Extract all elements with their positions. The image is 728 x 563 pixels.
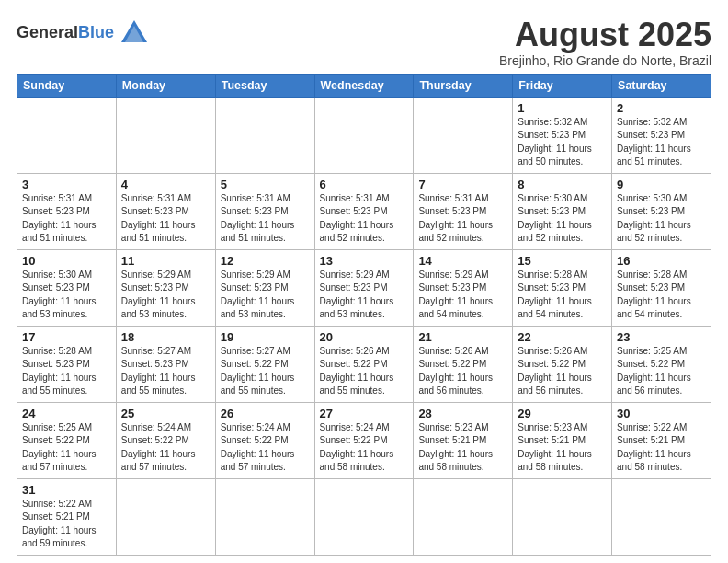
day-number: 4 — [121, 178, 210, 191]
day-info: Sunrise: 5:29 AM Sunset: 5:23 PM Dayligh… — [418, 269, 507, 322]
month-title: August 2025 — [499, 17, 711, 53]
day-cell — [414, 97, 513, 173]
day-cell: 7Sunrise: 5:31 AM Sunset: 5:23 PM Daylig… — [414, 173, 513, 249]
weekday-header-friday: Friday — [513, 74, 612, 97]
day-info: Sunrise: 5:31 AM Sunset: 5:23 PM Dayligh… — [320, 192, 409, 246]
day-number: 3 — [22, 178, 111, 191]
day-info: Sunrise: 5:24 AM Sunset: 5:22 PM Dayligh… — [320, 421, 409, 475]
week-row-5: 24Sunrise: 5:25 AM Sunset: 5:22 PM Dayli… — [17, 402, 711, 478]
day-number: 18 — [121, 330, 210, 344]
day-number: 12 — [221, 254, 310, 268]
day-info: Sunrise: 5:31 AM Sunset: 5:23 PM Dayligh… — [418, 192, 507, 246]
day-info: Sunrise: 5:26 AM Sunset: 5:22 PM Dayligh… — [518, 345, 607, 398]
day-cell — [414, 478, 513, 555]
day-number: 28 — [418, 407, 507, 420]
day-cell — [215, 478, 314, 555]
day-info: Sunrise: 5:23 AM Sunset: 5:21 PM Dayligh… — [418, 421, 507, 475]
day-info: Sunrise: 5:23 AM Sunset: 5:21 PM Dayligh… — [518, 421, 607, 475]
day-number: 10 — [22, 254, 111, 268]
day-number: 30 — [617, 407, 706, 420]
day-info: Sunrise: 5:26 AM Sunset: 5:22 PM Dayligh… — [320, 345, 409, 398]
title-area: August 2025 Brejinho, Rio Grande do Nort… — [499, 17, 711, 68]
day-cell: 21Sunrise: 5:26 AM Sunset: 5:22 PM Dayli… — [414, 326, 513, 402]
day-number: 25 — [121, 407, 210, 420]
logo: GeneralBlue — [17, 17, 151, 50]
day-cell: 12Sunrise: 5:29 AM Sunset: 5:23 PM Dayli… — [215, 249, 314, 326]
day-cell: 8Sunrise: 5:30 AM Sunset: 5:23 PM Daylig… — [513, 173, 612, 249]
day-cell: 19Sunrise: 5:27 AM Sunset: 5:22 PM Dayli… — [215, 326, 314, 402]
day-cell: 31Sunrise: 5:22 AM Sunset: 5:21 PM Dayli… — [17, 478, 117, 555]
day-info: Sunrise: 5:24 AM Sunset: 5:22 PM Dayligh… — [121, 421, 210, 475]
day-cell: 3Sunrise: 5:31 AM Sunset: 5:23 PM Daylig… — [17, 173, 117, 249]
day-cell — [314, 97, 414, 173]
day-number: 14 — [418, 254, 507, 268]
day-number: 20 — [320, 330, 409, 344]
day-cell: 14Sunrise: 5:29 AM Sunset: 5:23 PM Dayli… — [414, 249, 513, 326]
day-cell: 1Sunrise: 5:32 AM Sunset: 5:23 PM Daylig… — [513, 97, 612, 173]
day-cell — [513, 478, 612, 555]
day-cell — [314, 478, 414, 555]
day-number: 15 — [518, 254, 607, 268]
day-cell: 15Sunrise: 5:28 AM Sunset: 5:23 PM Dayli… — [513, 249, 612, 326]
day-cell: 28Sunrise: 5:23 AM Sunset: 5:21 PM Dayli… — [414, 402, 513, 478]
day-info: Sunrise: 5:24 AM Sunset: 5:22 PM Dayligh… — [221, 421, 310, 475]
day-info: Sunrise: 5:27 AM Sunset: 5:22 PM Dayligh… — [221, 345, 310, 398]
day-info: Sunrise: 5:32 AM Sunset: 5:23 PM Dayligh… — [518, 116, 607, 169]
weekday-header-tuesday: Tuesday — [215, 74, 314, 97]
day-cell: 5Sunrise: 5:31 AM Sunset: 5:23 PM Daylig… — [215, 173, 314, 249]
day-number: 13 — [320, 254, 409, 268]
day-info: Sunrise: 5:29 AM Sunset: 5:23 PM Dayligh… — [320, 269, 409, 322]
day-cell: 27Sunrise: 5:24 AM Sunset: 5:22 PM Dayli… — [314, 402, 414, 478]
day-number: 22 — [518, 330, 607, 344]
day-info: Sunrise: 5:30 AM Sunset: 5:23 PM Dayligh… — [518, 192, 607, 246]
day-cell — [612, 478, 711, 555]
weekday-header-sunday: Sunday — [17, 74, 117, 97]
day-number: 26 — [221, 407, 310, 420]
day-number: 16 — [617, 254, 706, 268]
day-info: Sunrise: 5:28 AM Sunset: 5:23 PM Dayligh… — [22, 345, 111, 398]
day-info: Sunrise: 5:22 AM Sunset: 5:21 PM Dayligh… — [617, 421, 706, 475]
day-number: 11 — [121, 254, 210, 268]
day-number: 23 — [617, 330, 706, 344]
day-info: Sunrise: 5:30 AM Sunset: 5:23 PM Dayligh… — [617, 192, 706, 246]
day-cell: 29Sunrise: 5:23 AM Sunset: 5:21 PM Dayli… — [513, 402, 612, 478]
day-info: Sunrise: 5:31 AM Sunset: 5:23 PM Dayligh… — [121, 192, 210, 246]
calendar-table: SundayMondayTuesdayWednesdayThursdayFrid… — [17, 74, 711, 556]
day-cell: 25Sunrise: 5:24 AM Sunset: 5:22 PM Dayli… — [116, 402, 215, 478]
day-cell — [17, 97, 117, 173]
day-cell: 9Sunrise: 5:30 AM Sunset: 5:23 PM Daylig… — [612, 173, 711, 249]
day-cell: 20Sunrise: 5:26 AM Sunset: 5:22 PM Dayli… — [314, 326, 414, 402]
day-number: 17 — [22, 330, 111, 344]
logo-icon — [118, 17, 151, 50]
week-row-1: 1Sunrise: 5:32 AM Sunset: 5:23 PM Daylig… — [17, 97, 711, 173]
day-info: Sunrise: 5:28 AM Sunset: 5:23 PM Dayligh… — [518, 269, 607, 322]
day-number: 31 — [22, 483, 111, 497]
week-row-6: 31Sunrise: 5:22 AM Sunset: 5:21 PM Dayli… — [17, 478, 711, 555]
day-number: 27 — [320, 407, 409, 420]
weekday-header-saturday: Saturday — [612, 74, 711, 97]
day-number: 7 — [418, 178, 507, 191]
logo-general: General — [17, 23, 78, 41]
day-number: 2 — [617, 101, 706, 115]
day-number: 9 — [617, 178, 706, 191]
day-cell: 17Sunrise: 5:28 AM Sunset: 5:23 PM Dayli… — [17, 326, 117, 402]
day-cell: 6Sunrise: 5:31 AM Sunset: 5:23 PM Daylig… — [314, 173, 414, 249]
day-cell: 18Sunrise: 5:27 AM Sunset: 5:23 PM Dayli… — [116, 326, 215, 402]
day-cell — [116, 478, 215, 555]
day-number: 8 — [518, 178, 607, 191]
day-cell — [116, 97, 215, 173]
day-cell: 2Sunrise: 5:32 AM Sunset: 5:23 PM Daylig… — [612, 97, 711, 173]
day-info: Sunrise: 5:25 AM Sunset: 5:22 PM Dayligh… — [22, 421, 111, 475]
day-cell: 30Sunrise: 5:22 AM Sunset: 5:21 PM Dayli… — [612, 402, 711, 478]
day-info: Sunrise: 5:27 AM Sunset: 5:23 PM Dayligh… — [121, 345, 210, 398]
location-subtitle: Brejinho, Rio Grande do Norte, Brazil — [499, 53, 711, 68]
weekday-header-row: SundayMondayTuesdayWednesdayThursdayFrid… — [17, 74, 711, 97]
day-cell: 22Sunrise: 5:26 AM Sunset: 5:22 PM Dayli… — [513, 326, 612, 402]
day-number: 29 — [518, 407, 607, 420]
weekday-header-wednesday: Wednesday — [314, 74, 414, 97]
day-cell: 10Sunrise: 5:30 AM Sunset: 5:23 PM Dayli… — [17, 249, 117, 326]
day-info: Sunrise: 5:22 AM Sunset: 5:21 PM Dayligh… — [22, 498, 111, 551]
day-cell: 24Sunrise: 5:25 AM Sunset: 5:22 PM Dayli… — [17, 402, 117, 478]
day-cell: 4Sunrise: 5:31 AM Sunset: 5:23 PM Daylig… — [116, 173, 215, 249]
week-row-4: 17Sunrise: 5:28 AM Sunset: 5:23 PM Dayli… — [17, 326, 711, 402]
